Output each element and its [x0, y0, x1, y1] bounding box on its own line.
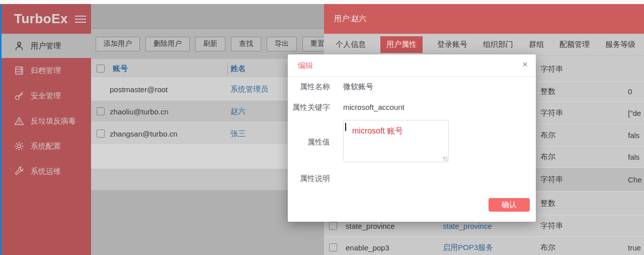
account-cell: postmaster@root — [110, 78, 168, 100]
sidebar-item-label: 归档管理 — [31, 66, 61, 76]
sidebar-item-antispam-antivirus[interactable]: 反垃圾反病毒 — [2, 108, 91, 134]
sidebar-item-user-management[interactable]: 用户管理 — [2, 34, 91, 58]
add-user-button[interactable]: 添加用户 — [96, 37, 140, 51]
tab-personal-info[interactable]: 个人信息 — [335, 37, 367, 52]
dialog-title: 编辑 — [298, 61, 313, 71]
archive-icon — [14, 65, 25, 76]
row-checkbox[interactable] — [329, 222, 337, 230]
attribute-key-label: 属性关键字 — [288, 103, 330, 112]
window-top-strip — [0, 0, 644, 4]
tab-org-department[interactable]: 组织部门 — [482, 37, 514, 52]
tab-login-accounts[interactable]: 登录账号 — [436, 37, 468, 52]
sidebar-item-system-operations[interactable]: 系统运维 — [2, 159, 91, 184]
attribute-name-value: 微软账号 — [343, 82, 373, 92]
sidebar: TurboEx 用户管理 归档管理 安全管理 反垃圾反病毒 系统配置 — [2, 4, 91, 255]
detail-panel-header: 用户:赵六 — [324, 4, 644, 34]
attribute-key-value: microsoft_account — [343, 103, 405, 112]
name-link[interactable]: 张三 — [230, 122, 246, 145]
attribute-name-link[interactable]: 启用POP3服务 — [443, 237, 493, 255]
main-top-bar — [91, 4, 324, 29]
name-link[interactable]: 系统管理员 — [230, 78, 268, 100]
name-link[interactable]: 赵六 — [230, 100, 246, 122]
wrench-icon — [14, 166, 25, 177]
sidebar-item-security-management[interactable]: 安全管理 — [2, 83, 91, 108]
column-header-name: 姓名 — [230, 59, 246, 78]
attribute-value-text: microsoft 账号 — [352, 126, 403, 137]
attribute-desc-row: 属性说明 — [288, 174, 536, 183]
export-button[interactable]: 导出 — [267, 37, 297, 51]
attribute-name-row: 属性名称 微软账号 — [288, 82, 536, 92]
refresh-button[interactable]: 刷新 — [195, 37, 225, 51]
menu-toggle-icon[interactable] — [75, 14, 86, 25]
resize-handle[interactable] — [443, 157, 448, 161]
sidebar-item-label: 反垃圾反病毒 — [31, 116, 76, 126]
attribute-name-label: 属性名称 — [288, 82, 330, 92]
edit-attribute-dialog: 编辑 × 属性名称 微软账号 属性关键字 microsoft_account 属… — [288, 54, 536, 222]
attribute-key-row: 属性关键字 microsoft_account — [288, 103, 536, 112]
attribute-value-label: 属性值 — [288, 138, 330, 147]
text-caret — [345, 123, 346, 131]
search-button[interactable]: 查找 — [231, 37, 261, 51]
detail-tabs: 个人信息 用户属性 登录账号 组织部门 群组 配额管理 服务等级 角色分 — [324, 34, 644, 56]
account-cell: zhangsan@turbo.cn — [110, 122, 177, 145]
sidebar-item-system-config[interactable]: 系统配置 — [2, 134, 91, 159]
user-icon — [14, 40, 25, 51]
close-icon[interactable]: × — [522, 59, 528, 69]
detail-panel-title: 用户:赵六 — [334, 14, 366, 24]
sidebar-item-label: 系统运维 — [31, 167, 61, 176]
reset-user-quota-button[interactable]: 重置用户空 — [302, 37, 324, 51]
tab-groups[interactable]: 群组 — [528, 37, 545, 52]
tab-service-level[interactable]: 服务等级 — [604, 37, 636, 52]
select-all-checkbox[interactable] — [97, 65, 105, 73]
sidebar-item-archive-management[interactable]: 归档管理 — [2, 58, 91, 83]
tab-quota-management[interactable]: 配额管理 — [558, 37, 591, 52]
sidebar-item-label: 系统配置 — [31, 142, 61, 151]
key-icon — [14, 90, 25, 101]
row-checkbox[interactable] — [97, 107, 105, 115]
account-cell: zhaoliu@turbo.cn — [110, 100, 169, 122]
gear-icon — [14, 141, 25, 152]
delete-user-button[interactable]: 删除用户 — [145, 37, 190, 51]
warning-icon — [14, 115, 25, 126]
attribute-desc-label: 属性说明 — [288, 174, 330, 183]
sidebar-item-label: 用户管理 — [31, 41, 61, 51]
column-header-account: 账号 — [113, 59, 128, 78]
table-row[interactable]: enable_pop3 启用POP3服务 布尔 true — [324, 237, 644, 255]
sidebar-item-label: 安全管理 — [31, 91, 61, 101]
tab-user-attributes[interactable]: 用户属性 — [380, 36, 423, 53]
confirm-button[interactable]: 确认 — [489, 198, 530, 212]
row-checkbox[interactable] — [97, 130, 105, 138]
attribute-value-textarea[interactable]: microsoft 账号 — [343, 120, 449, 162]
window-left-edge — [0, 4, 2, 255]
row-checkbox[interactable] — [329, 243, 337, 251]
app-logo: TurboEx — [14, 11, 68, 27]
dialog-header: 编辑 × — [288, 54, 536, 77]
